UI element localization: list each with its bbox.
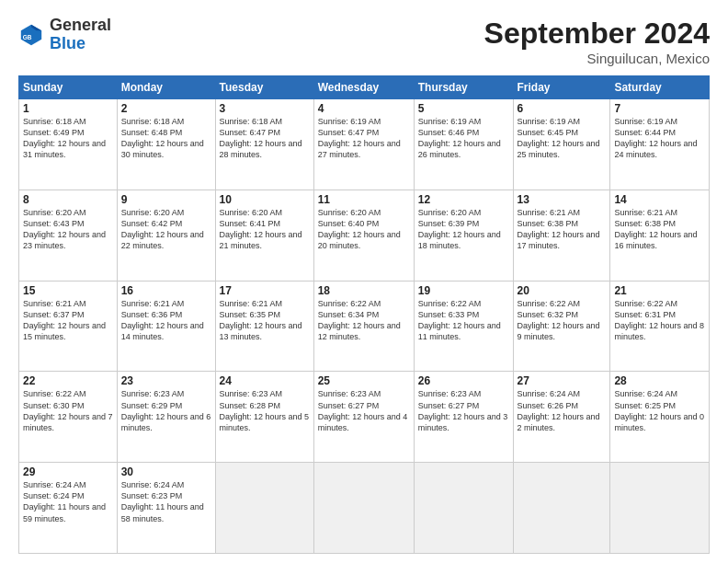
day-info: Sunrise: 6:24 AMSunset: 6:25 PMDaylight:… bbox=[614, 388, 705, 433]
day-number: 17 bbox=[220, 284, 310, 297]
table-cell: 25Sunrise: 6:23 AMSunset: 6:27 PMDayligh… bbox=[313, 372, 414, 463]
table-cell: 11Sunrise: 6:20 AMSunset: 6:40 PMDayligh… bbox=[313, 190, 414, 281]
logo: GB General Blue bbox=[18, 17, 111, 53]
day-info: Sunrise: 6:23 AMSunset: 6:27 PMDaylight:… bbox=[418, 388, 509, 433]
table-cell: 4Sunrise: 6:19 AMSunset: 6:47 PMDaylight… bbox=[313, 99, 414, 190]
day-info: Sunrise: 6:23 AMSunset: 6:27 PMDaylight:… bbox=[318, 388, 410, 433]
day-number: 9 bbox=[121, 193, 211, 206]
day-number: 11 bbox=[318, 193, 410, 206]
day-info: Sunrise: 6:21 AMSunset: 6:37 PMDaylight:… bbox=[23, 298, 113, 343]
table-cell bbox=[610, 463, 710, 554]
table-cell: 22Sunrise: 6:22 AMSunset: 6:30 PMDayligh… bbox=[19, 372, 118, 463]
day-number: 24 bbox=[220, 374, 310, 387]
table-row: 29Sunrise: 6:24 AMSunset: 6:24 PMDayligh… bbox=[19, 463, 710, 554]
col-thursday: Thursday bbox=[414, 76, 513, 99]
day-number: 29 bbox=[23, 465, 113, 478]
day-number: 23 bbox=[121, 374, 211, 387]
table-cell: 7Sunrise: 6:19 AMSunset: 6:44 PMDaylight… bbox=[610, 99, 710, 190]
day-info: Sunrise: 6:21 AMSunset: 6:35 PMDaylight:… bbox=[220, 298, 310, 343]
day-info: Sunrise: 6:19 AMSunset: 6:44 PMDaylight:… bbox=[614, 116, 705, 161]
table-cell bbox=[313, 463, 414, 554]
day-number: 3 bbox=[220, 102, 310, 115]
day-number: 12 bbox=[418, 193, 509, 206]
day-info: Sunrise: 6:19 AMSunset: 6:46 PMDaylight:… bbox=[418, 116, 509, 161]
day-number: 10 bbox=[220, 193, 310, 206]
table-cell: 16Sunrise: 6:21 AMSunset: 6:36 PMDayligh… bbox=[117, 281, 215, 372]
logo-blue: Blue bbox=[50, 34, 85, 52]
day-info: Sunrise: 6:20 AMSunset: 6:42 PMDaylight:… bbox=[121, 207, 211, 252]
day-number: 26 bbox=[418, 374, 509, 387]
day-number: 22 bbox=[23, 374, 113, 387]
day-info: Sunrise: 6:22 AMSunset: 6:34 PMDaylight:… bbox=[318, 298, 410, 343]
day-number: 20 bbox=[518, 284, 607, 297]
day-number: 27 bbox=[518, 374, 607, 387]
day-info: Sunrise: 6:18 AMSunset: 6:47 PMDaylight:… bbox=[220, 116, 310, 161]
table-cell: 17Sunrise: 6:21 AMSunset: 6:35 PMDayligh… bbox=[215, 281, 313, 372]
table-cell: 30Sunrise: 6:24 AMSunset: 6:23 PMDayligh… bbox=[117, 463, 215, 554]
day-info: Sunrise: 6:23 AMSunset: 6:29 PMDaylight:… bbox=[121, 388, 211, 433]
table-cell: 21Sunrise: 6:22 AMSunset: 6:31 PMDayligh… bbox=[610, 281, 710, 372]
day-number: 14 bbox=[614, 193, 705, 206]
logo-general: General bbox=[50, 16, 111, 34]
logo-icon: GB bbox=[18, 22, 44, 48]
day-info: Sunrise: 6:20 AMSunset: 6:40 PMDaylight:… bbox=[318, 207, 410, 252]
table-cell: 10Sunrise: 6:20 AMSunset: 6:41 PMDayligh… bbox=[215, 190, 313, 281]
location: Singuilucan, Mexico bbox=[484, 51, 710, 66]
day-info: Sunrise: 6:24 AMSunset: 6:24 PMDaylight:… bbox=[23, 479, 113, 524]
col-sunday: Sunday bbox=[19, 76, 118, 99]
table-cell: 24Sunrise: 6:23 AMSunset: 6:28 PMDayligh… bbox=[215, 372, 313, 463]
col-tuesday: Tuesday bbox=[215, 76, 313, 99]
day-number: 8 bbox=[23, 193, 113, 206]
day-number: 4 bbox=[318, 102, 410, 115]
day-info: Sunrise: 6:22 AMSunset: 6:32 PMDaylight:… bbox=[518, 298, 607, 343]
table-cell: 2Sunrise: 6:18 AMSunset: 6:48 PMDaylight… bbox=[117, 99, 215, 190]
day-info: Sunrise: 6:18 AMSunset: 6:48 PMDaylight:… bbox=[121, 116, 211, 161]
day-number: 30 bbox=[121, 465, 211, 478]
table-cell: 20Sunrise: 6:22 AMSunset: 6:32 PMDayligh… bbox=[513, 281, 610, 372]
table-cell: 18Sunrise: 6:22 AMSunset: 6:34 PMDayligh… bbox=[313, 281, 414, 372]
table-cell: 5Sunrise: 6:19 AMSunset: 6:46 PMDaylight… bbox=[414, 99, 513, 190]
day-number: 19 bbox=[418, 284, 509, 297]
day-number: 15 bbox=[23, 284, 113, 297]
day-number: 6 bbox=[518, 102, 607, 115]
table-cell: 23Sunrise: 6:23 AMSunset: 6:29 PMDayligh… bbox=[117, 372, 215, 463]
page: GB General Blue September 2024 Singuiluc… bbox=[0, 0, 728, 563]
col-saturday: Saturday bbox=[610, 76, 710, 99]
logo-text: General Blue bbox=[50, 17, 111, 53]
table-cell: 19Sunrise: 6:22 AMSunset: 6:33 PMDayligh… bbox=[414, 281, 513, 372]
svg-text:GB: GB bbox=[23, 33, 32, 40]
day-number: 25 bbox=[318, 374, 410, 387]
month-title: September 2024 bbox=[484, 17, 710, 51]
day-number: 21 bbox=[614, 284, 705, 297]
day-info: Sunrise: 6:23 AMSunset: 6:28 PMDaylight:… bbox=[220, 388, 310, 433]
table-row: 1Sunrise: 6:18 AMSunset: 6:49 PMDaylight… bbox=[19, 99, 710, 190]
table-cell: 28Sunrise: 6:24 AMSunset: 6:25 PMDayligh… bbox=[610, 372, 710, 463]
table-cell: 3Sunrise: 6:18 AMSunset: 6:47 PMDaylight… bbox=[215, 99, 313, 190]
day-number: 13 bbox=[518, 193, 607, 206]
table-cell: 13Sunrise: 6:21 AMSunset: 6:38 PMDayligh… bbox=[513, 190, 610, 281]
header-row: Sunday Monday Tuesday Wednesday Thursday… bbox=[19, 76, 710, 99]
day-number: 16 bbox=[121, 284, 211, 297]
table-cell: 1Sunrise: 6:18 AMSunset: 6:49 PMDaylight… bbox=[19, 99, 118, 190]
day-info: Sunrise: 6:19 AMSunset: 6:47 PMDaylight:… bbox=[318, 116, 410, 161]
col-monday: Monday bbox=[117, 76, 215, 99]
col-friday: Friday bbox=[513, 76, 610, 99]
day-info: Sunrise: 6:20 AMSunset: 6:41 PMDaylight:… bbox=[220, 207, 310, 252]
day-info: Sunrise: 6:21 AMSunset: 6:38 PMDaylight:… bbox=[518, 207, 607, 252]
day-info: Sunrise: 6:20 AMSunset: 6:39 PMDaylight:… bbox=[418, 207, 509, 252]
calendar-table: Sunday Monday Tuesday Wednesday Thursday… bbox=[18, 75, 710, 554]
day-number: 5 bbox=[418, 102, 509, 115]
table-cell: 6Sunrise: 6:19 AMSunset: 6:45 PMDaylight… bbox=[513, 99, 610, 190]
table-cell: 9Sunrise: 6:20 AMSunset: 6:42 PMDaylight… bbox=[117, 190, 215, 281]
day-number: 28 bbox=[614, 374, 705, 387]
day-info: Sunrise: 6:21 AMSunset: 6:36 PMDaylight:… bbox=[121, 298, 211, 343]
day-info: Sunrise: 6:22 AMSunset: 6:31 PMDaylight:… bbox=[614, 298, 705, 343]
table-cell: 26Sunrise: 6:23 AMSunset: 6:27 PMDayligh… bbox=[414, 372, 513, 463]
day-number: 2 bbox=[121, 102, 211, 115]
title-block: September 2024 Singuilucan, Mexico bbox=[484, 17, 710, 66]
day-info: Sunrise: 6:18 AMSunset: 6:49 PMDaylight:… bbox=[23, 116, 113, 161]
col-wednesday: Wednesday bbox=[313, 76, 414, 99]
table-cell bbox=[215, 463, 313, 554]
header: GB General Blue September 2024 Singuiluc… bbox=[18, 17, 710, 66]
table-cell: 15Sunrise: 6:21 AMSunset: 6:37 PMDayligh… bbox=[19, 281, 118, 372]
